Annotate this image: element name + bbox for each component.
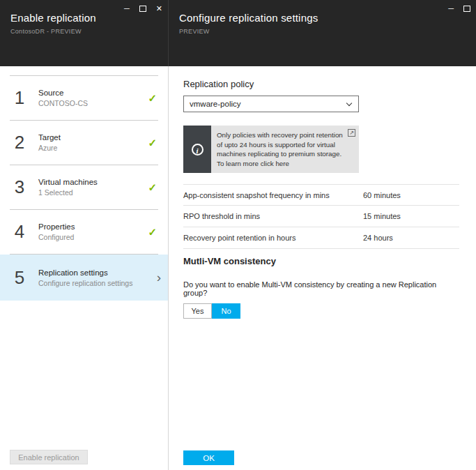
setting-label: App-consistent snapshot frequency in min… xyxy=(183,191,330,199)
blade-subtitle: ContosoDR - PREVIEW xyxy=(10,28,168,35)
configure-settings-header: ─ Configure replication settings PREVIEW xyxy=(168,0,476,66)
multi-vm-question: Do you want to enable Multi-VM consisten… xyxy=(183,280,459,297)
step-label: Source xyxy=(38,89,88,97)
step-text: Source CONTOSO-CS xyxy=(38,89,88,107)
settings-content: Replication policy vmware-policy i Only … xyxy=(169,66,476,319)
setting-value: 24 hours xyxy=(363,234,393,242)
step-replication-settings[interactable]: 5 Replication settings Configure replica… xyxy=(0,255,168,301)
step-properties[interactable]: 4 Properties Configured ✓ xyxy=(0,210,168,254)
selected-policy-value: vmware-policy xyxy=(190,100,241,108)
step-number: 5 xyxy=(10,267,29,289)
step-label: Replication settings xyxy=(38,268,132,277)
blade-subtitle: PREVIEW xyxy=(179,28,476,35)
ok-button[interactable]: OK xyxy=(183,450,234,465)
replication-policy-select[interactable]: vmware-policy xyxy=(183,96,359,112)
step-text: Replication settings Configure replicati… xyxy=(38,268,132,287)
step-label: Target xyxy=(38,133,61,142)
setting-label: Recovery point retention in hours xyxy=(183,234,295,242)
configure-settings-body: Replication policy vmware-policy i Only … xyxy=(168,66,476,470)
configure-replication-settings-blade: ─ Configure replication settings PREVIEW… xyxy=(168,0,476,470)
maximize-icon[interactable] xyxy=(463,6,470,12)
learn-more-link[interactable]: click here xyxy=(261,160,289,167)
window-controls: ─ ✕ xyxy=(124,3,162,13)
blade-title: Configure replication settings xyxy=(179,12,476,24)
table-row: Recovery point retention in hours 24 hou… xyxy=(183,227,459,249)
step-text: Properties Configured xyxy=(38,222,75,241)
step-label: Virtual machines xyxy=(38,178,98,186)
maximize-icon[interactable] xyxy=(139,6,146,12)
enable-replication-header: ─ ✕ Enable replication ContosoDR - PREVI… xyxy=(0,0,168,66)
setting-value: 60 minutes xyxy=(363,191,401,199)
step-target[interactable]: 2 Target Azure ✓ xyxy=(0,121,168,165)
check-icon: ✓ xyxy=(148,92,157,105)
step-sublabel: CONTOSO-CS xyxy=(38,99,88,107)
step-number: 1 xyxy=(10,87,29,109)
step-text: Target Azure xyxy=(38,133,61,152)
step-number: 3 xyxy=(10,176,29,198)
info-icon: i xyxy=(192,144,204,156)
wizard-steps-list: 1 Source CONTOSO-CS ✓ 2 Target Azure ✓ 3 xyxy=(0,66,168,301)
replication-policy-label: Replication policy xyxy=(183,79,459,89)
table-row: App-consistent snapshot frequency in min… xyxy=(183,184,459,206)
check-icon: ✓ xyxy=(148,226,157,238)
step-text: Virtual machines 1 Selected xyxy=(38,178,98,197)
blade-title: Enable replication xyxy=(10,12,168,24)
setting-value: 15 minutes xyxy=(363,212,401,220)
check-icon: ✓ xyxy=(148,181,157,194)
check-icon: ✓ xyxy=(148,137,157,149)
chevron-right-icon: › xyxy=(157,270,161,285)
info-banner: i Only policies with recovery point rete… xyxy=(183,126,359,173)
step-number: 2 xyxy=(10,132,29,153)
enable-replication-button[interactable]: Enable replication xyxy=(10,450,88,464)
policy-settings-table: App-consistent snapshot frequency in min… xyxy=(183,184,459,249)
info-icon-container: i xyxy=(183,126,211,173)
info-banner-text: Only policies with recovery point retent… xyxy=(211,126,359,173)
enable-replication-blade: ─ ✕ Enable replication ContosoDR - PREVI… xyxy=(0,0,168,470)
step-virtual-machines[interactable]: 3 Virtual machines 1 Selected ✓ xyxy=(0,165,168,209)
step-sublabel: Configured xyxy=(38,233,75,241)
minimize-icon[interactable]: ─ xyxy=(448,4,454,13)
chevron-down-icon xyxy=(346,100,352,106)
no-button[interactable]: No xyxy=(212,303,240,319)
yes-button[interactable]: Yes xyxy=(183,303,212,319)
setting-label: RPO threshold in mins xyxy=(183,212,260,220)
table-row: RPO threshold in mins 15 minutes xyxy=(183,206,459,227)
multi-vm-toggle: Yes No xyxy=(183,303,459,319)
close-icon[interactable]: ✕ xyxy=(156,4,162,13)
step-sublabel: Azure xyxy=(38,144,61,152)
step-number: 4 xyxy=(10,221,29,243)
minimize-icon[interactable]: ─ xyxy=(124,4,130,13)
step-label: Properties xyxy=(38,222,75,231)
step-source[interactable]: 1 Source CONTOSO-CS ✓ xyxy=(0,76,168,120)
step-sublabel: 1 Selected xyxy=(38,188,98,197)
multi-vm-consistency-heading: Mutli-VM consistency xyxy=(183,256,459,266)
external-link-icon[interactable]: ↗ xyxy=(348,129,355,137)
step-sublabel: Configure replication settings xyxy=(38,279,132,287)
window-controls: ─ xyxy=(448,3,470,13)
enable-replication-body: 1 Source CONTOSO-CS ✓ 2 Target Azure ✓ 3 xyxy=(0,66,168,470)
